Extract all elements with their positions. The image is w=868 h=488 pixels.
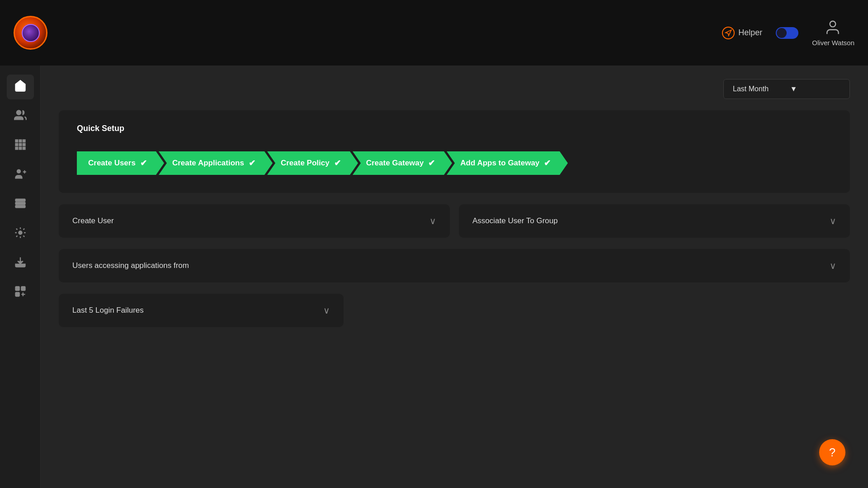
user-connections-icon: [14, 168, 27, 183]
svg-rect-15: [15, 202, 25, 204]
svg-point-11: [17, 169, 20, 173]
svg-point-1: [16, 110, 20, 114]
chevron-down-icon: ▼: [790, 85, 841, 93]
quick-setup-card: Quick Setup Create Users ✔ Create Applic…: [59, 110, 850, 193]
svg-rect-7: [23, 143, 25, 145]
logo-area: [14, 16, 47, 50]
step-create-applications-check: ✔: [249, 158, 255, 168]
svg-rect-10: [23, 147, 25, 149]
step-add-apps-to-gateway[interactable]: Add Apps to Gateway ✔: [447, 151, 560, 175]
svg-rect-21: [15, 292, 19, 296]
step-create-policy-check: ✔: [334, 158, 341, 168]
date-filter-label: Last Month: [733, 85, 783, 93]
create-user-title: Create User: [72, 216, 114, 225]
svg-rect-8: [15, 147, 18, 149]
helper-icon: [722, 27, 735, 39]
dark-mode-toggle[interactable]: [776, 27, 798, 39]
svg-point-17: [19, 231, 22, 234]
user-avatar-icon: [824, 19, 842, 37]
sidebar-item-home[interactable]: [7, 75, 34, 99]
step-create-gateway[interactable]: Create Gateway ✔: [353, 151, 444, 175]
sidebar-item-list[interactable]: [7, 192, 34, 217]
users-accessing-title: Users accessing applications from: [72, 261, 189, 270]
associate-user-chevron-icon: ∨: [830, 216, 836, 226]
svg-rect-5: [15, 143, 18, 145]
login-failures-panel[interactable]: Last 5 Login Failures ∨: [59, 294, 344, 327]
sidebar-item-users[interactable]: [7, 104, 34, 129]
topbar-right: Helper Oliver Watson: [722, 19, 854, 47]
create-user-chevron-icon: ∨: [429, 216, 436, 226]
step-add-apps-check: ✔: [544, 158, 551, 168]
login-failures-title: Last 5 Login Failures: [72, 306, 144, 315]
download-icon: [14, 256, 27, 271]
create-user-panel[interactable]: Create User ∨: [59, 204, 450, 238]
users-accessing-panel[interactable]: Users accessing applications from ∨: [59, 249, 850, 282]
svg-rect-2: [15, 140, 18, 142]
sidebar-item-grid[interactable]: [7, 133, 34, 158]
users-accessing-chevron-icon: ∨: [830, 260, 836, 271]
quick-setup-title: Quick Setup: [77, 124, 832, 133]
login-failures-row: Last 5 Login Failures ∨: [59, 294, 850, 327]
help-fab-button[interactable]: ?: [819, 439, 845, 465]
user-area: Oliver Watson: [812, 19, 854, 47]
settings-list-icon: [14, 226, 27, 242]
sidebar: [0, 66, 41, 488]
step-create-policy[interactable]: Create Policy ✔: [267, 151, 350, 175]
svg-rect-14: [15, 199, 25, 201]
login-failures-chevron-icon: ∨: [323, 305, 330, 316]
step-create-applications-label: Create Applications: [172, 159, 244, 168]
svg-rect-4: [23, 140, 25, 142]
date-filter-dropdown[interactable]: Last Month ▼: [723, 79, 850, 99]
logo-inner-circle: [22, 24, 40, 42]
add-grid-icon: [14, 285, 27, 300]
step-create-users-check: ✔: [140, 158, 147, 168]
step-create-users-label: Create Users: [88, 159, 136, 168]
step-create-gateway-check: ✔: [428, 158, 435, 168]
svg-rect-9: [19, 147, 21, 149]
helper-label: Helper: [738, 28, 762, 38]
sidebar-item-download[interactable]: [7, 251, 34, 276]
users-icon: [14, 109, 27, 124]
cards-row: Create User ∨ Associate User To Group ∨: [59, 204, 850, 238]
list-icon: [14, 197, 27, 212]
topbar: Helper Oliver Watson: [0, 0, 868, 66]
home-icon: [14, 80, 27, 95]
svg-rect-19: [15, 286, 19, 290]
svg-rect-16: [15, 205, 25, 207]
logo-icon: [14, 16, 47, 50]
filter-row: Last Month ▼: [59, 79, 850, 99]
step-create-applications[interactable]: Create Applications ✔: [159, 151, 264, 175]
svg-rect-3: [19, 140, 21, 142]
step-create-policy-label: Create Policy: [281, 159, 330, 168]
help-fab-label: ?: [829, 446, 835, 460]
svg-rect-20: [21, 286, 25, 290]
main-layout: Last Month ▼ Quick Setup Create Users ✔: [0, 66, 868, 488]
svg-rect-6: [19, 143, 21, 145]
helper-button[interactable]: Helper: [722, 27, 762, 39]
user-name: Oliver Watson: [812, 39, 854, 47]
svg-point-0: [830, 21, 836, 27]
step-create-users[interactable]: Create Users ✔: [77, 151, 156, 175]
sidebar-item-add-grid[interactable]: [7, 280, 34, 305]
steps-row: Create Users ✔ Create Applications ✔: [77, 147, 832, 179]
associate-user-title: Associate User To Group: [472, 216, 558, 225]
step-add-apps-label: Add Apps to Gateway: [460, 159, 539, 168]
grid-icon: [14, 138, 27, 154]
content-area: Last Month ▼ Quick Setup Create Users ✔: [41, 66, 868, 488]
step-create-gateway-label: Create Gateway: [366, 159, 424, 168]
sidebar-item-settings[interactable]: [7, 221, 34, 246]
associate-user-panel[interactable]: Associate User To Group ∨: [459, 204, 850, 238]
toggle-thumb: [777, 28, 787, 38]
sidebar-item-user-connections[interactable]: [7, 163, 34, 188]
